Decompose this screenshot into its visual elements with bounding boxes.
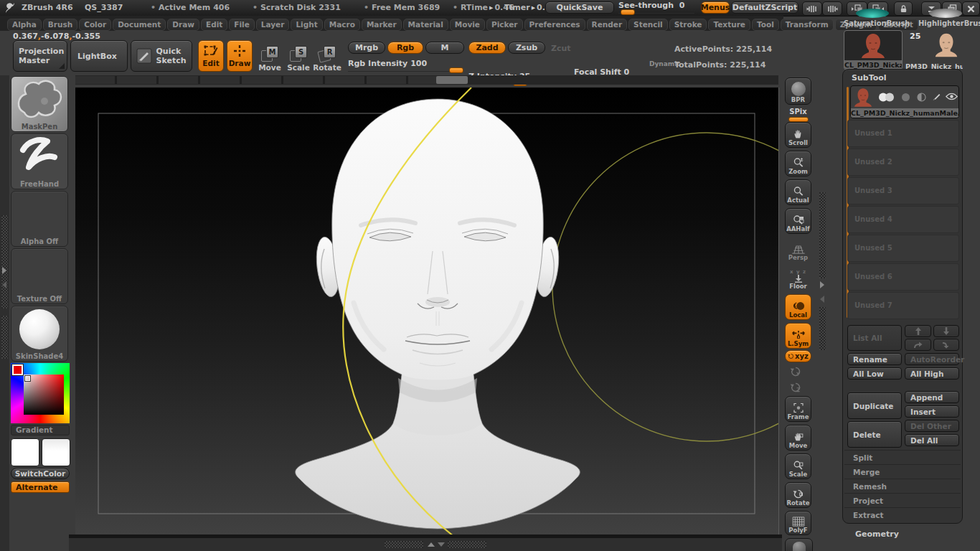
scale-gizmo-button[interactable]: S Scale [286,40,311,72]
subtool-item-unused2[interactable]: Unused 2 [847,149,959,176]
subtool-item-unused4[interactable]: Unused 4 [847,206,959,233]
menu-texture[interactable]: Texture [708,19,750,31]
subtool-down-button[interactable] [933,325,959,337]
menu-file[interactable]: File [229,19,255,31]
alternate-button[interactable]: Alternate [11,481,70,493]
menu-draw[interactable]: Draw [167,19,199,31]
right-tray-expand-icon[interactable] [820,281,824,288]
section-remesh[interactable]: Remesh [844,479,961,493]
subtool-move-down-merge-button[interactable] [933,339,959,351]
left-tray-divider-handle[interactable] [1,215,8,309]
zadd-button[interactable]: Zadd [468,42,506,54]
aahalf-button[interactable]: AAHalf [785,208,811,234]
menu-brush[interactable]: Brush [43,19,77,31]
tool-slot-selected[interactable]: CL_PM3D_Nickz_ [844,30,903,70]
right-tray-collapse-icon[interactable] [820,296,824,303]
menu-render[interactable]: Render [587,19,628,31]
subtool-item-unused1[interactable]: Unused 1 [847,120,959,147]
see-through-slider[interactable]: See-through 0 [618,1,694,14]
zcut-button[interactable]: Zcut [551,44,571,53]
list-all-button[interactable]: List All [847,325,902,351]
secondary-color-swatch[interactable] [42,438,70,466]
subtool-item-unused3[interactable]: Unused 3 [847,177,959,204]
lightbox-button[interactable]: LightBox [70,40,128,72]
right-tray-divider-handle[interactable] [819,192,826,278]
xyz-rotation-button[interactable]: xyz [785,350,811,362]
subtool-item-unused7[interactable]: Unused 7 [847,292,959,319]
all-low-button[interactable]: All Low [847,367,902,380]
menu-picker[interactable]: Picker [486,19,523,31]
left-tray-divider-handle2[interactable] [1,316,8,359]
menu-transform[interactable]: Transform [781,19,834,31]
shrink-left-tray-button[interactable] [802,1,822,16]
current-color-swatch[interactable] [12,364,23,375]
default-zscript-button[interactable]: DefaultZScript [731,1,798,14]
edit-button[interactable]: Edit [198,40,224,72]
menu-layer[interactable]: Layer [256,19,290,31]
menus-button[interactable]: Menus [701,1,730,14]
zsub-button[interactable]: Zsub [508,42,545,54]
subtool-title[interactable]: SubTool [852,73,887,83]
scroll-button[interactable]: Scroll [785,122,811,148]
rgb-intensity-thumb[interactable] [449,67,463,73]
highlighterbrush-thumb[interactable] [929,9,962,18]
menu-stencil[interactable]: Stencil [628,19,668,31]
subtool-item-active[interactable]: CL_PM3D_Nickz_humanMaleAv [850,85,959,118]
bottom-divider-handle-right[interactable] [448,541,486,548]
mrgb-button[interactable]: Mrgb [348,42,385,54]
delete-button[interactable]: Delete [847,421,902,448]
rotate-view-button[interactable]: Rotate [785,482,811,508]
menu-marker[interactable]: Marker [362,19,402,31]
insert-button[interactable]: Insert [905,405,959,418]
rgb-button[interactable]: Rgb [387,42,423,54]
persp-button[interactable]: Persp [785,237,811,263]
menu-document[interactable]: Document [113,19,166,31]
append-button[interactable]: Append [905,391,959,403]
bottom-tray-collapse-icon[interactable] [438,542,445,547]
menu-preferences[interactable]: Preferences [524,19,585,31]
document-scrollbar-thumb[interactable] [436,76,468,84]
subtool-move-up-merge-button[interactable] [905,339,931,351]
switchcolor-button[interactable]: SwitchColor [11,468,70,479]
see-through-thumb[interactable] [621,9,635,15]
projection-master-button[interactable]: Projection Master [13,40,67,72]
move-view-button[interactable]: Move [785,425,811,451]
spix-slider[interactable]: SPix [785,108,811,122]
menu-macro[interactable]: Macro [324,19,360,31]
current-material-slot[interactable]: SkinShade4 [11,306,68,362]
actual-button[interactable]: Actual [785,179,811,205]
subtool-item-unused6[interactable]: Unused 6 [847,263,959,291]
current-stroke-slot[interactable]: FreeHand [11,133,68,189]
y-rotation-button[interactable] [790,366,806,379]
quick-sketch-button[interactable]: Quick Sketch [131,40,192,72]
local-button[interactable]: Local [785,294,811,320]
menu-tool[interactable]: Tool [752,19,779,31]
rename-button[interactable]: Rename [847,353,902,365]
menu-movie[interactable]: Movie [450,19,485,31]
bottom-divider-handle-left[interactable] [385,541,423,548]
document-scrollbar[interactable] [75,75,778,85]
right-tray-divider-handle2[interactable] [819,307,826,350]
halftone-toggle-icon[interactable] [917,93,926,102]
main-color-swatch[interactable] [11,438,39,466]
autoreorder-button[interactable]: AutoReorder [905,353,959,365]
color-picker[interactable] [11,363,70,423]
del-other-button[interactable]: Del Other [905,420,959,432]
menu-alpha[interactable]: Alpha [7,19,42,31]
all-high-button[interactable]: All High [905,367,959,380]
gradient-button[interactable]: Gradient [11,425,70,435]
left-tray-expand-icon[interactable] [2,267,6,274]
visibility-eye-icon[interactable] [946,93,958,100]
uv-button-partial[interactable] [785,538,813,551]
m-button[interactable]: M [425,42,464,54]
frame-button[interactable]: Frame [785,396,811,422]
subtool-up-button[interactable] [905,325,931,337]
subtool-item-unused5[interactable]: Unused 5 [847,235,959,262]
saturationbrush-thumb[interactable] [856,9,889,18]
menu-light[interactable]: Light [291,19,322,31]
menu-stroke[interactable]: Stroke [669,19,707,31]
menu-color[interactable]: Color [79,19,111,31]
menu-material[interactable]: Material [403,19,448,31]
floor-button[interactable]: x y z Floor [785,265,811,291]
current-brush-slot[interactable]: MaskPen [11,76,68,132]
